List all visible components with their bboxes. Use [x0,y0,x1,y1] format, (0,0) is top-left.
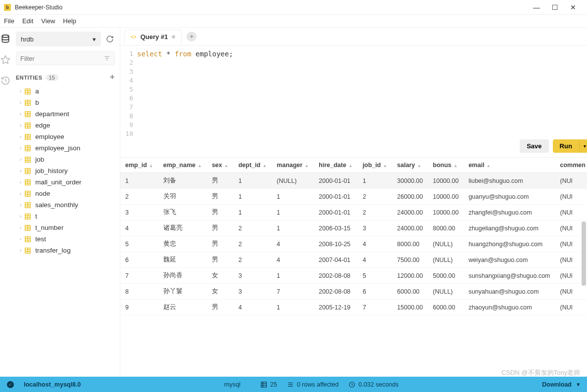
table-cell[interactable]: 2002-08-08 [314,268,358,284]
table-cell[interactable]: guanyu@shuguo.com [464,189,555,205]
entity-item[interactable]: ›employee [11,131,120,142]
table-cell[interactable]: 9 [120,300,158,315]
table-cell[interactable]: 8000.00 [428,220,464,236]
entity-item[interactable]: ›transfer_log [11,245,120,256]
table-cell[interactable]: (NUl [555,300,587,315]
column-header[interactable]: salary▲ [392,158,428,173]
table-cell[interactable]: 6000.00 [392,284,428,300]
table-cell[interactable]: 4 [272,236,314,252]
table-cell[interactable]: 2008-10-25 [314,236,358,252]
entity-item[interactable]: ›job [11,154,120,165]
menu-file[interactable]: File [4,17,14,25]
table-row[interactable]: 8孙丫鬟女372002-08-0866000.00(NULL)sunyahuan… [120,284,587,300]
table-cell[interactable]: 6 [120,252,158,268]
table-cell[interactable]: zhaoyun@shuguo.com [464,300,555,315]
database-selector[interactable]: hrdb ▾ [16,32,101,46]
table-cell[interactable]: 2000-01-01 [314,189,358,205]
table-cell[interactable]: 诸葛亮 [158,220,207,236]
table-cell[interactable]: 孙丫鬟 [158,284,207,300]
table-cell[interactable]: 2 [358,189,392,205]
table-cell[interactable]: 10000.00 [428,189,464,205]
table-cell[interactable]: 5 [358,268,392,284]
entity-item[interactable]: ›a [11,86,120,97]
table-row[interactable]: 2关羽男112000-01-01226000.0010000.00guanyu@… [120,189,587,205]
table-row[interactable]: 7孙尚香女312002-08-08512000.005000.00sunshan… [120,268,587,284]
table-cell[interactable]: 1 [234,189,272,205]
table-cell[interactable]: 4 [358,236,392,252]
table-cell[interactable]: 赵云 [158,300,207,315]
table-cell[interactable]: 1 [358,173,392,189]
column-header[interactable]: email▲ [464,158,555,173]
table-cell[interactable]: 10000.00 [428,173,464,189]
column-header[interactable]: job_id▲ [358,158,392,173]
table-cell[interactable]: 2000-01-01 [314,205,358,220]
table-cell[interactable]: 男 [207,300,234,315]
results-panel[interactable]: emp_id▲emp_name▲sex▲dept_id▲manager▲hire… [120,157,587,377]
table-cell[interactable]: 男 [207,205,234,220]
table-cell[interactable]: 26000.00 [392,189,428,205]
table-cell[interactable]: 15000.00 [392,300,428,315]
download-button[interactable]: Download [542,381,572,388]
new-tab-button[interactable]: + [187,32,196,42]
table-cell[interactable]: 4 [358,252,392,268]
entity-item[interactable]: ›employee_json [11,142,120,154]
table-cell[interactable]: 魏延 [158,252,207,268]
entity-item[interactable]: ›job_history [11,165,120,176]
table-row[interactable]: 5黄忠男242008-10-2548000.00(NULL)huangzhong… [120,236,587,252]
table-cell[interactable]: (NUl [555,205,587,220]
table-cell[interactable]: 关羽 [158,189,207,205]
table-cell[interactable]: (NULL) [272,173,314,189]
tab-query[interactable]: <> Query #1 [124,30,182,44]
table-cell[interactable]: 3 [234,284,272,300]
table-cell[interactable]: 2 [358,205,392,220]
table-cell[interactable]: 24000.00 [392,220,428,236]
table-cell[interactable]: 2002-08-08 [314,284,358,300]
table-cell[interactable]: 30000.00 [392,173,428,189]
table-cell[interactable]: 2 [120,189,158,205]
table-cell[interactable]: zhugeliang@shuguo.com [464,220,555,236]
entity-item[interactable]: ›sales_monthly [11,199,120,211]
table-cell[interactable]: (NULL) [428,284,464,300]
add-entity-button[interactable]: + [109,72,115,83]
column-header[interactable]: emp_name▲ [158,158,207,173]
table-cell[interactable]: 7 [272,284,314,300]
table-cell[interactable]: 2000-01-01 [314,173,358,189]
table-row[interactable]: 9赵云男412005-12-19715000.006000.00zhaoyun@… [120,300,587,315]
entity-item[interactable]: ›department [11,108,120,120]
table-cell[interactable]: 4 [234,300,272,315]
table-cell[interactable]: 孙尚香 [158,268,207,284]
table-cell[interactable]: 7500.00 [392,252,428,268]
entity-item[interactable]: ›t_number [11,222,120,233]
table-cell[interactable]: huangzhong@shuguo.com [464,236,555,252]
table-cell[interactable]: (NULL) [428,236,464,252]
table-cell[interactable]: 刘备 [158,173,207,189]
filter-input[interactable] [20,55,103,62]
table-cell[interactable]: 6 [358,284,392,300]
sql-editor[interactable]: 12345678910 select * from employee; [120,45,587,134]
entity-item[interactable]: ›t [11,211,120,222]
table-cell[interactable]: 7 [120,268,158,284]
table-cell[interactable]: 男 [207,173,234,189]
close-button[interactable]: ✕ [570,3,576,11]
table-row[interactable]: 6魏延男242007-04-0147500.00(NULL)weiyan@shu… [120,252,587,268]
column-header[interactable]: commen▲ [555,158,587,173]
column-header[interactable]: hire_date▲ [314,158,358,173]
filter-box[interactable] [16,51,115,65]
table-cell[interactable]: 男 [207,252,234,268]
table-cell[interactable]: 男 [207,189,234,205]
table-cell[interactable]: 黄忠 [158,236,207,252]
table-cell[interactable]: 1 [272,189,314,205]
table-cell[interactable]: 2005-12-19 [314,300,358,315]
table-cell[interactable]: 女 [207,284,234,300]
column-header[interactable]: bonus▲ [428,158,464,173]
maximize-button[interactable]: ☐ [552,3,558,11]
table-cell[interactable]: 5 [120,236,158,252]
menu-help[interactable]: Help [63,17,76,25]
history-icon[interactable] [0,75,11,86]
table-cell[interactable]: sunyahuan@shuguo.com [464,284,555,300]
run-dropdown-button[interactable]: ▾ [579,139,587,153]
filter-icon[interactable] [103,55,110,62]
table-cell[interactable]: 3 [120,205,158,220]
save-button[interactable]: Save [520,139,548,153]
table-cell[interactable]: 4 [272,252,314,268]
